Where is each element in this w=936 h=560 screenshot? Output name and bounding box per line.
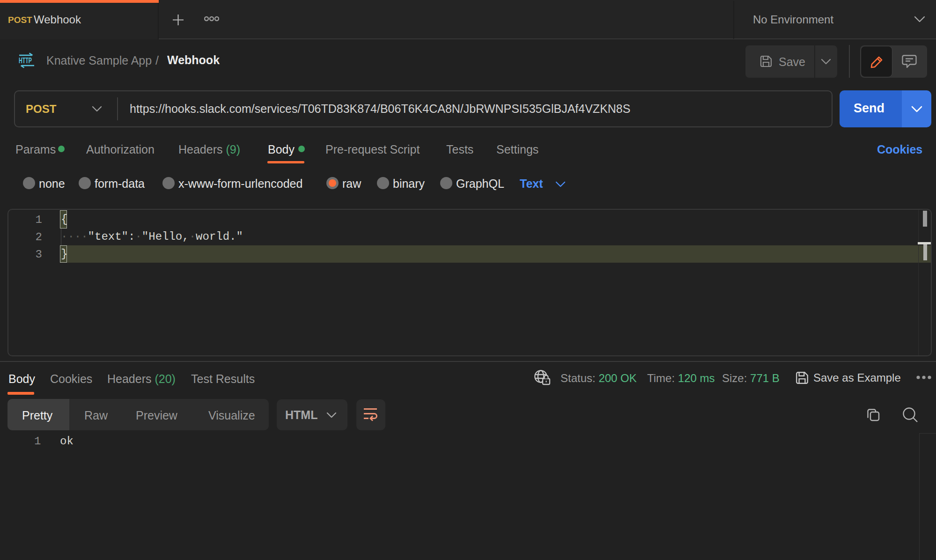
- svg-text:HTTP: HTTP: [19, 56, 32, 65]
